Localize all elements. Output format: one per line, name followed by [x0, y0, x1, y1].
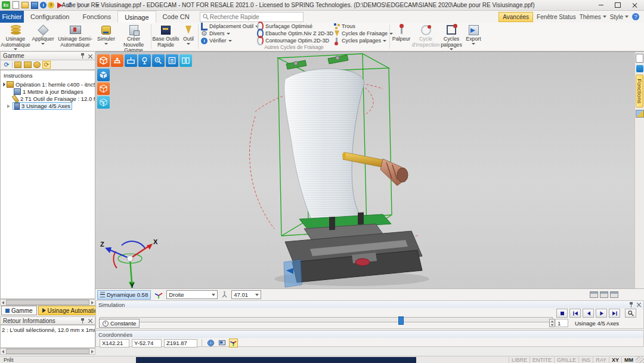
- outil-button[interactable]: Outil: [179, 23, 197, 48]
- scroll-thumb[interactable]: [6, 349, 89, 354]
- save-icon[interactable]: [30, 1, 39, 9]
- open-file-icon[interactable]: [21, 1, 29, 9]
- scroll-thumb[interactable]: [6, 300, 89, 305]
- divers-menu[interactable]: ⚙Divers: [199, 30, 255, 37]
- zoom-icon[interactable]: [152, 54, 165, 67]
- qat-more-icon[interactable]: [94, 1, 102, 9]
- machine-config-icon[interactable]: [23, 61, 32, 69]
- deplacement-outil-menu[interactable]: Déplacement Outil: [199, 23, 255, 30]
- tree-item-outil[interactable]: 2 T1 Outil de Fraisage : 12.0 MM DIA X .…: [1, 96, 95, 102]
- pin-icon[interactable]: [628, 302, 634, 307]
- avancees-toggle[interactable]: Avancées: [499, 12, 533, 22]
- simulation-progress-bar[interactable]: [100, 317, 553, 322]
- world-cpl-icon[interactable]: [206, 339, 215, 347]
- view-select[interactable]: Droite: [166, 290, 218, 299]
- pin-icon[interactable]: [80, 318, 85, 324]
- style-menu[interactable]: Style: [610, 14, 628, 20]
- status-flag[interactable]: ENTITE: [530, 357, 554, 363]
- stock-display-icon[interactable]: [125, 54, 137, 67]
- screen-cpl-icon[interactable]: [218, 339, 227, 347]
- tab-fonctions[interactable]: Fonctions: [76, 11, 117, 23]
- tab-fichier[interactable]: Fichier: [0, 11, 24, 23]
- tab-code-cn[interactable]: Code CN: [156, 11, 196, 23]
- info-icon[interactable]: i: [40, 2, 47, 8]
- blue-panel-icon[interactable]: [636, 65, 643, 72]
- expander-open-icon[interactable]: [1, 82, 5, 87]
- shaded-cube-icon[interactable]: [97, 69, 110, 81]
- tree-item-usinage-45-axes[interactable]: 3 Usinage 4/5 Axes: [1, 103, 95, 109]
- refresh-icon[interactable]: ⟳: [2, 61, 11, 69]
- feedback-hscrollbar[interactable]: [0, 348, 95, 355]
- go-to-end-button[interactable]: [609, 309, 620, 318]
- redo-icon[interactable]: ↻: [75, 1, 83, 9]
- context-help-icon[interactable]: ?: [48, 2, 54, 8]
- viewport-3d[interactable]: X Y Z: [95, 51, 644, 288]
- viewport-3d-scene[interactable]: X Y Z: [95, 52, 634, 288]
- dynamic-mode-button[interactable]: Dynamique 0.58: [97, 290, 151, 300]
- fenetre-status-menu[interactable]: Fenêtre Status: [537, 14, 576, 20]
- status-flag[interactable]: GRILLE: [554, 357, 578, 363]
- status-flag[interactable]: LIBRE: [509, 357, 530, 363]
- verifier-menu[interactable]: iVérifier: [199, 37, 255, 44]
- scroll-right-icon[interactable]: [91, 301, 94, 304]
- flag-icon[interactable]: [55, 1, 64, 9]
- tree-root[interactable]: Instructions: [1, 72, 95, 79]
- tool-axis-select[interactable]: 47.01: [231, 290, 261, 299]
- tab-gamme-panel[interactable]: Gamme: [1, 306, 37, 315]
- auto-cpl-icon[interactable]: [229, 339, 238, 347]
- coord-x-field[interactable]: X142.21: [100, 339, 129, 347]
- tab-fonctions-panel[interactable]: Fonctions: [636, 75, 643, 107]
- toolpath-list-icon[interactable]: [166, 54, 178, 67]
- quick-search-box[interactable]: [200, 12, 304, 22]
- selected-tree-item[interactable]: 3 Usinage 4/5 Axes: [13, 102, 72, 110]
- window-close-icon[interactable]: [610, 291, 618, 298]
- close-panel-icon[interactable]: [88, 318, 92, 323]
- quick-search-input[interactable]: [209, 13, 301, 21]
- multi-view-icon[interactable]: [179, 54, 192, 67]
- pass-spinner[interactable]: [549, 319, 555, 327]
- status-flag[interactable]: INS: [578, 357, 593, 363]
- wireframe-cube-icon[interactable]: [97, 82, 110, 95]
- ebauche-optim-button[interactable]: Ebauche Optim.Niv Z 2D-3D: [255, 30, 332, 37]
- contournage-optim-button[interactable]: Contournage Optim.2D-3D: [255, 37, 332, 44]
- resize-grip[interactable]: [636, 356, 644, 363]
- gamme-hscrollbar[interactable]: [0, 299, 95, 306]
- minimize-button[interactable]: [593, 0, 609, 10]
- trous-button[interactable]: Trous: [332, 23, 389, 30]
- tree-item-bridages[interactable]: 1 Mettre à jour Bridages: [1, 88, 95, 95]
- status-flag[interactable]: RAY: [593, 357, 609, 363]
- close-panel-icon[interactable]: [88, 54, 92, 59]
- export-button[interactable]: Export: [463, 23, 484, 50]
- close-button[interactable]: [626, 0, 643, 10]
- sync-icon[interactable]: ⟳: [42, 61, 51, 69]
- undo-icon[interactable]: ↺: [65, 1, 73, 9]
- cycles-palpages-menu[interactable]: Cycles palpages: [332, 37, 389, 44]
- expander-closed-icon[interactable]: [7, 104, 10, 108]
- base-outils-rapide-button[interactable]: Base Outils Rapide: [152, 23, 179, 48]
- image-panel-icon[interactable]: [636, 110, 644, 118]
- pin-icon[interactable]: [80, 53, 85, 59]
- tree-item-operation[interactable]: Opération 1: hermle c400 - itnc530.mcp: …: [1, 81, 95, 88]
- stop-button[interactable]: [556, 309, 568, 318]
- status-flag[interactable]: MM: [621, 357, 636, 363]
- tool-store-icon[interactable]: [14, 61, 22, 69]
- shaded-view-icon[interactable]: [97, 54, 110, 67]
- close-panel-icon[interactable]: [636, 302, 641, 307]
- scroll-left-icon[interactable]: [2, 301, 4, 304]
- window-restore-icon[interactable]: [590, 291, 598, 298]
- tab-usinage[interactable]: Usinage: [117, 11, 156, 23]
- tab-configuration[interactable]: Configuration: [24, 11, 76, 23]
- light-icon[interactable]: [138, 54, 151, 67]
- progress-thumb[interactable]: [398, 316, 404, 325]
- go-to-start-button[interactable]: [569, 309, 581, 318]
- page-icon[interactable]: [636, 54, 643, 63]
- help-icon[interactable]: ?: [632, 13, 639, 20]
- window-cascade-icon[interactable]: [600, 291, 608, 298]
- cycles-palpages-button[interactable]: Cycles palpages: [439, 23, 463, 50]
- analyze-button[interactable]: [625, 309, 636, 318]
- status-flag[interactable]: XY: [609, 357, 621, 363]
- new-file-icon[interactable]: [11, 1, 20, 9]
- scroll-right-icon[interactable]: [91, 350, 94, 353]
- pass-count-field[interactable]: 1: [555, 319, 568, 327]
- themes-menu[interactable]: Thèmes: [580, 14, 606, 20]
